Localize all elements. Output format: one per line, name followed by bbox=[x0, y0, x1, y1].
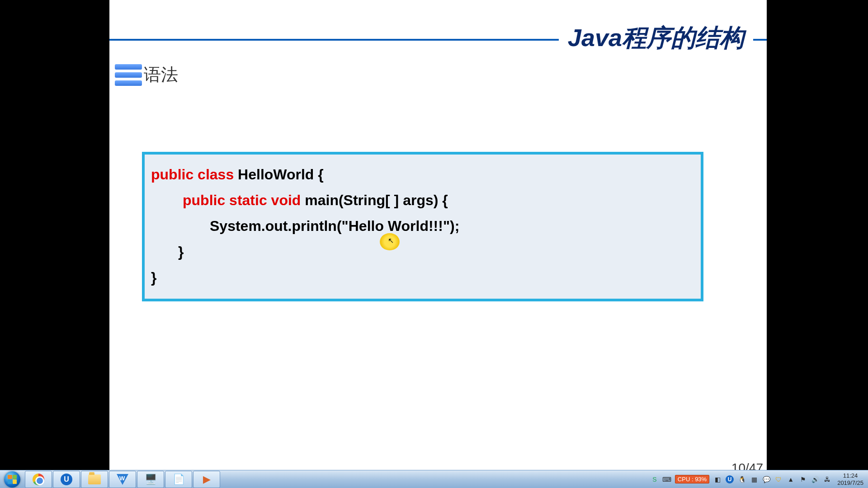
code-line-2: public static void main(String[ ] args) … bbox=[151, 188, 694, 213]
chrome-icon bbox=[33, 474, 44, 485]
code-example-box: public class HelloWorld { public static … bbox=[142, 152, 703, 301]
document-icon: 📄 bbox=[173, 474, 185, 485]
tray-icon-up[interactable]: ▲ bbox=[787, 475, 795, 483]
taskbar-clock[interactable]: 11:24 2019/7/25 bbox=[835, 472, 865, 486]
code-line-4: } bbox=[151, 239, 694, 265]
code-line-5: } bbox=[151, 265, 694, 291]
taskbar-app-chrome[interactable] bbox=[25, 471, 52, 488]
tray-icon-notify[interactable]: 💬 bbox=[762, 475, 770, 483]
presentation-slide: Java程序的结构 语法 public class HelloWorld { p… bbox=[109, 0, 767, 475]
tray-icon-qq[interactable]: 🐧 bbox=[738, 475, 746, 483]
network-icon[interactable]: 🖧 bbox=[823, 475, 831, 483]
taskbar-pinned-apps: U 🖥️ 📄 ▶ bbox=[24, 470, 221, 488]
cpu-usage-badge[interactable]: CPU : 93% bbox=[675, 475, 709, 483]
slide-title: Java程序的结构 bbox=[559, 22, 753, 55]
start-button[interactable] bbox=[0, 470, 24, 488]
system-tray: S ⌨ CPU : 93% ◧ U 🐧 ▦ 💬 🛡 ▲ ⚑ 🔊 🖧 11:24 … bbox=[651, 470, 868, 488]
windows-taskbar[interactable]: U 🖥️ 📄 ▶ S ⌨ CPU : 93% ◧ U 🐧 ▦ 💬 🛡 ▲ ⚑ 🔊… bbox=[0, 470, 868, 488]
taskbar-app-wps[interactable] bbox=[109, 471, 136, 488]
u-tray-icon[interactable]: U bbox=[726, 475, 734, 483]
action-center-icon[interactable]: ⚑ bbox=[799, 475, 807, 483]
folder-icon bbox=[88, 474, 101, 484]
taskbar-app-ubrand[interactable]: U bbox=[53, 471, 80, 488]
ime-s-icon[interactable]: S bbox=[651, 475, 659, 483]
keyword: public class bbox=[151, 166, 234, 183]
presentation-icon: ▶ bbox=[203, 474, 211, 485]
ime-switch-icon[interactable]: ⌨ bbox=[663, 475, 671, 483]
taskbar-app-explorer[interactable] bbox=[81, 471, 108, 488]
windows-logo-icon bbox=[4, 471, 20, 488]
volume-icon[interactable]: 🔊 bbox=[811, 475, 819, 483]
code-line-3: System.out.println("Hello World!!!"); bbox=[151, 213, 694, 239]
keyword: public static void bbox=[183, 192, 301, 208]
shield-w-icon bbox=[117, 474, 128, 485]
section-label: 语法 bbox=[144, 63, 178, 86]
u-icon: U bbox=[61, 474, 72, 485]
tray-icon-1[interactable]: ◧ bbox=[713, 475, 722, 483]
taskbar-app-editor[interactable]: 📄 bbox=[165, 471, 192, 488]
cursor-pointer-icon: ↖ bbox=[388, 236, 394, 245]
tray-icon-shield[interactable]: 🛡 bbox=[774, 475, 783, 483]
taskbar-app-remote[interactable]: 🖥️ bbox=[137, 471, 164, 488]
section-header: 语法 bbox=[115, 63, 178, 86]
tray-icon-grid[interactable]: ▦ bbox=[750, 475, 758, 483]
clock-date: 2019/7/25 bbox=[837, 479, 863, 487]
taskbar-app-powerpoint[interactable]: ▶ bbox=[193, 471, 220, 488]
clock-time: 11:24 bbox=[837, 472, 863, 479]
code-line-1: public class HelloWorld { bbox=[151, 162, 694, 188]
list-bars-icon bbox=[115, 64, 142, 86]
monitor-icon: 🖥️ bbox=[145, 474, 157, 485]
